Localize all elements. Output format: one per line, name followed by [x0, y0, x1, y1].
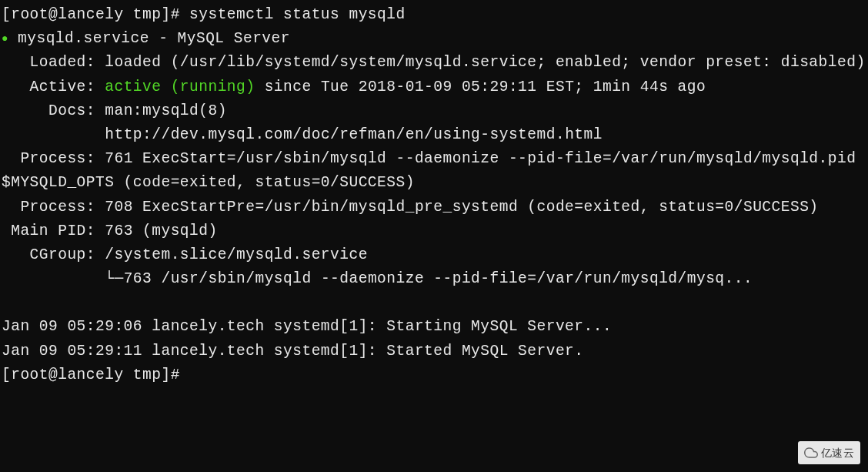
active-label: Active:	[2, 79, 105, 95]
process-line-2: Process: 708 ExecStartPre=/usr/bin/mysql…	[2, 196, 866, 219]
command-line: [root@lancely tmp]# systemctl status mys…	[2, 3, 866, 27]
active-since: since Tue 2018-01-09 05:29:11 EST; 1min …	[255, 79, 706, 95]
docs-line-2: http://dev.mysql.com/doc/refman/en/using…	[2, 123, 866, 147]
process-line-1: Process: 761 ExecStart=/usr/sbin/mysqld …	[2, 147, 866, 195]
loaded-line: Loaded: loaded (/usr/lib/systemd/system/…	[2, 51, 866, 75]
status-bullet-icon: ●	[2, 30, 8, 47]
cgroup-line-2: └─763 /usr/sbin/mysqld --daemonize --pid…	[2, 267, 866, 291]
log-line-2: Jan 09 05:29:11 lancely.tech systemd[1]:…	[2, 340, 866, 363]
watermark: 亿速云	[798, 441, 861, 464]
active-line: Active: active (running) since Tue 2018-…	[2, 75, 866, 99]
prompt-line-2[interactable]: [root@lancely tmp]#	[2, 363, 866, 387]
service-name: mysqld.service - MySQL Server	[8, 30, 290, 47]
log-line-1: Jan 09 05:29:06 lancely.tech systemd[1]:…	[2, 315, 866, 339]
cloud-icon	[804, 446, 818, 460]
active-status: active (running)	[105, 79, 255, 95]
watermark-text: 亿速云	[821, 444, 855, 461]
main-pid-line: Main PID: 763 (mysqld)	[2, 219, 866, 243]
prompt-text: [root@lancely tmp]#	[2, 367, 189, 383]
cgroup-line-1: CGroup: /system.slice/mysqld.service	[2, 243, 866, 267]
docs-line-1: Docs: man:mysqld(8)	[2, 99, 866, 123]
blank-line	[2, 291, 866, 315]
service-header: ● mysqld.service - MySQL Server	[2, 27, 866, 51]
terminal-output: [root@lancely tmp]# systemctl status mys…	[2, 3, 866, 387]
